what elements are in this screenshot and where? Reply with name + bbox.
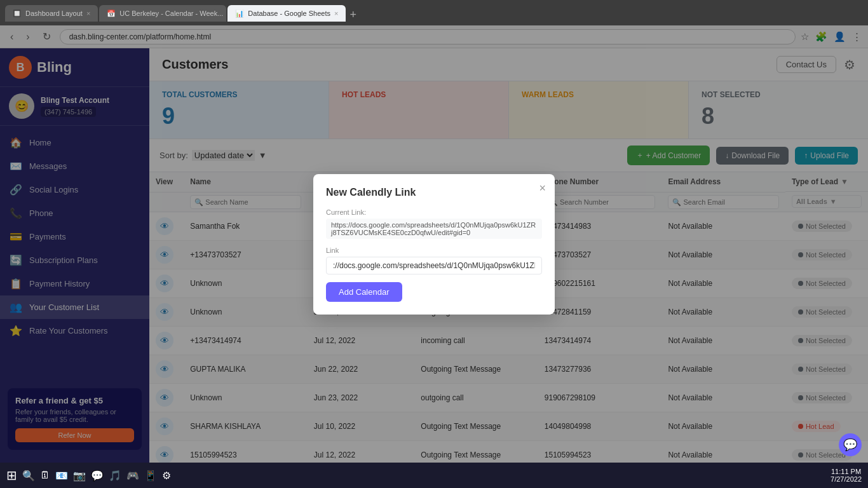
search-taskbar[interactable]: 🔍	[22, 470, 35, 482]
tab3-label: Database - Google Sheets	[248, 10, 330, 17]
taskbar-mail[interactable]: 📧	[55, 470, 68, 482]
modal-current-link-field: Current Link: https://docs.google.com/sp…	[326, 208, 542, 239]
taskbar-music[interactable]: 🎵	[109, 470, 121, 482]
modal-overlay: New Calendly Link × Current Link: https:…	[0, 25, 868, 463]
tab1-label: Dashboard Layout	[25, 10, 83, 17]
tab3-favicon: 📊	[235, 10, 244, 18]
chat-bubble[interactable]: 💬	[839, 433, 862, 456]
taskbar-time: 11:11 PM 7/27/2022	[831, 468, 862, 483]
modal-link-field: Link	[326, 247, 542, 274]
time-display: 11:11 PM	[831, 468, 862, 475]
new-tab-button[interactable]: +	[349, 8, 356, 22]
browser-tabs: 🔲 Dashboard Layout × 📅 UC Berkeley - Cal…	[5, 4, 356, 22]
taskbar-game[interactable]: 🎮	[126, 470, 139, 482]
browser-tab-3[interactable]: 📊 Database - Google Sheets ×	[227, 5, 346, 22]
date-display: 7/27/2022	[831, 475, 862, 483]
taskbar-chat[interactable]: 💬	[91, 470, 104, 482]
taskbar-camera[interactable]: 📷	[73, 470, 86, 482]
tab1-favicon: 🔲	[13, 10, 22, 18]
modal-title: New Calendly Link	[326, 187, 542, 198]
tab2-label: UC Berkeley - Calendar - Week...	[119, 10, 223, 17]
taskbar-settings[interactable]: ⚙	[162, 470, 171, 482]
start-button[interactable]: ⊞	[6, 468, 17, 483]
tab2-favicon: 📅	[107, 10, 116, 18]
taskbar-widgets[interactable]: 🗓	[40, 470, 50, 481]
taskbar-left: ⊞ 🔍 🗓 📧 📷 💬 🎵 🎮 📱 ⚙	[6, 468, 171, 483]
browser-tab-2[interactable]: 📅 UC Berkeley - Calendar - Week... ×	[99, 5, 226, 22]
modal-close-button[interactable]: ×	[539, 182, 546, 195]
link-input[interactable]	[326, 257, 542, 274]
taskbar: ⊞ 🔍 🗓 📧 📷 💬 🎵 🎮 📱 ⚙ 11:11 PM 7/27/2022	[0, 463, 868, 488]
tab1-close[interactable]: ×	[86, 10, 90, 17]
current-link-label: Current Link:	[326, 208, 542, 216]
new-calendly-modal: New Calendly Link × Current Link: https:…	[313, 174, 555, 315]
tab3-close[interactable]: ×	[334, 10, 338, 17]
add-calendar-button[interactable]: Add Calendar	[326, 282, 402, 302]
browser-tab-1[interactable]: 🔲 Dashboard Layout ×	[5, 5, 98, 22]
chat-icon: 💬	[843, 438, 857, 452]
taskbar-phone[interactable]: 📱	[144, 470, 157, 482]
link-input-label: Link	[326, 247, 542, 254]
browser-bar: 🔲 Dashboard Layout × 📅 UC Berkeley - Cal…	[0, 0, 868, 25]
current-link-value: https://docs.google.com/spreadsheets/d/1…	[326, 219, 542, 239]
